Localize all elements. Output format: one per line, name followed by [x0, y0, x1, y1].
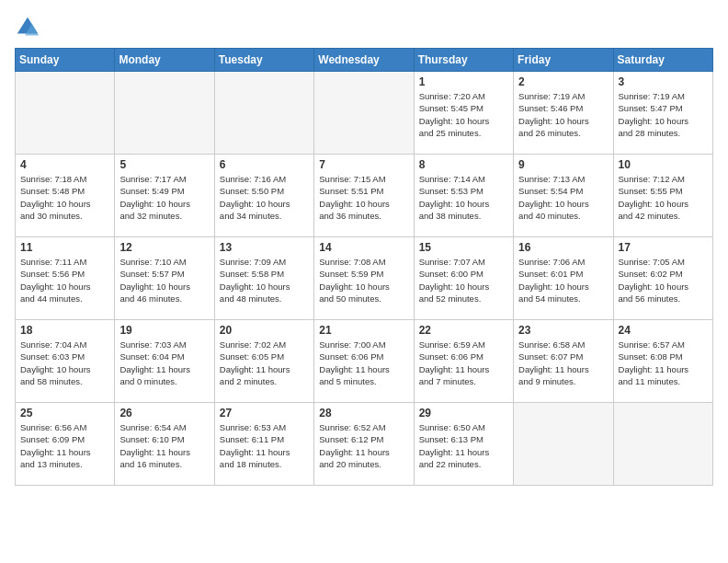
day-info: Sunrise: 7:12 AM Sunset: 5:55 PM Dayligh… [619, 173, 708, 222]
day-info: Sunrise: 7:18 AM Sunset: 5:48 PM Dayligh… [20, 173, 109, 222]
day-number: 1 [419, 75, 508, 88]
calendar-cell: 19Sunrise: 7:03 AM Sunset: 6:04 PM Dayli… [115, 320, 214, 403]
day-number: 17 [619, 241, 708, 254]
logo[interactable] [15, 15, 44, 40]
day-info: Sunrise: 7:15 AM Sunset: 5:51 PM Dayligh… [319, 173, 408, 222]
calendar-cell: 8Sunrise: 7:14 AM Sunset: 5:53 PM Daylig… [414, 155, 513, 237]
calendar-cell: 13Sunrise: 7:09 AM Sunset: 5:58 PM Dayli… [214, 237, 313, 320]
calendar-cell: 12Sunrise: 7:10 AM Sunset: 5:57 PM Dayli… [115, 237, 214, 320]
day-number: 16 [518, 241, 608, 254]
day-info: Sunrise: 6:59 AM Sunset: 6:06 PM Dayligh… [419, 339, 508, 387]
week-row-4: 18Sunrise: 7:04 AM Sunset: 6:03 PM Dayli… [16, 320, 713, 403]
day-number: 5 [119, 158, 209, 171]
day-info: Sunrise: 6:50 AM Sunset: 6:13 PM Dayligh… [419, 421, 508, 470]
calendar-cell: 17Sunrise: 7:05 AM Sunset: 6:02 PM Dayli… [613, 237, 712, 320]
day-info: Sunrise: 7:09 AM Sunset: 5:58 PM Dayligh… [220, 256, 309, 304]
calendar-cell: 2Sunrise: 7:19 AM Sunset: 5:46 PM Daylig… [514, 72, 613, 155]
day-info: Sunrise: 7:17 AM Sunset: 5:49 PM Dayligh… [119, 173, 209, 222]
day-number: 2 [518, 75, 608, 88]
day-number: 18 [20, 324, 109, 337]
day-info: Sunrise: 7:05 AM Sunset: 6:02 PM Dayligh… [619, 256, 708, 304]
day-number: 27 [220, 407, 309, 419]
calendar-cell: 9Sunrise: 7:13 AM Sunset: 5:54 PM Daylig… [514, 155, 613, 237]
calendar-cell: 15Sunrise: 7:07 AM Sunset: 6:00 PM Dayli… [414, 237, 513, 320]
calendar-cell [514, 403, 613, 486]
week-row-1: 1Sunrise: 7:20 AM Sunset: 5:45 PM Daylig… [16, 72, 713, 155]
day-number: 12 [119, 241, 209, 254]
day-info: Sunrise: 7:16 AM Sunset: 5:50 PM Dayligh… [220, 173, 309, 222]
calendar-cell: 22Sunrise: 6:59 AM Sunset: 6:06 PM Dayli… [414, 320, 513, 403]
day-number: 28 [319, 407, 408, 419]
day-number: 8 [419, 158, 508, 171]
day-info: Sunrise: 7:10 AM Sunset: 5:57 PM Dayligh… [119, 256, 209, 304]
calendar-header: SundayMondayTuesdayWednesdayThursdayFrid… [16, 49, 713, 72]
weekday-header-friday: Friday [514, 49, 613, 72]
day-info: Sunrise: 7:04 AM Sunset: 6:03 PM Dayligh… [20, 339, 109, 387]
week-row-2: 4Sunrise: 7:18 AM Sunset: 5:48 PM Daylig… [16, 155, 713, 237]
page-header [15, 15, 713, 40]
day-number: 15 [419, 241, 508, 254]
day-number: 22 [419, 324, 508, 337]
week-row-5: 25Sunrise: 6:56 AM Sunset: 6:09 PM Dayli… [16, 403, 713, 486]
day-number: 6 [220, 158, 309, 171]
day-info: Sunrise: 7:14 AM Sunset: 5:53 PM Dayligh… [419, 173, 508, 222]
calendar-cell [613, 403, 712, 486]
calendar-cell: 26Sunrise: 6:54 AM Sunset: 6:10 PM Dayli… [115, 403, 214, 486]
day-number: 24 [619, 324, 708, 337]
day-info: Sunrise: 7:19 AM Sunset: 5:46 PM Dayligh… [518, 90, 608, 139]
day-number: 25 [20, 407, 109, 419]
calendar-cell: 11Sunrise: 7:11 AM Sunset: 5:56 PM Dayli… [16, 237, 115, 320]
day-number: 26 [119, 407, 209, 419]
day-info: Sunrise: 7:20 AM Sunset: 5:45 PM Dayligh… [419, 90, 508, 139]
week-row-3: 11Sunrise: 7:11 AM Sunset: 5:56 PM Dayli… [16, 237, 713, 320]
weekday-header-saturday: Saturday [613, 49, 712, 72]
day-info: Sunrise: 7:02 AM Sunset: 6:05 PM Dayligh… [220, 339, 309, 387]
calendar-cell: 5Sunrise: 7:17 AM Sunset: 5:49 PM Daylig… [115, 155, 214, 237]
day-info: Sunrise: 6:52 AM Sunset: 6:12 PM Dayligh… [319, 421, 408, 470]
day-info: Sunrise: 7:13 AM Sunset: 5:54 PM Dayligh… [518, 173, 608, 222]
day-number: 4 [20, 158, 109, 171]
calendar-cell [115, 72, 214, 155]
day-info: Sunrise: 7:19 AM Sunset: 5:47 PM Dayligh… [619, 90, 708, 139]
logo-icon [15, 15, 40, 40]
day-info: Sunrise: 7:11 AM Sunset: 5:56 PM Dayligh… [20, 256, 109, 304]
day-info: Sunrise: 6:54 AM Sunset: 6:10 PM Dayligh… [119, 421, 209, 470]
day-number: 9 [518, 158, 608, 171]
day-info: Sunrise: 6:57 AM Sunset: 6:08 PM Dayligh… [619, 339, 708, 387]
calendar-cell: 28Sunrise: 6:52 AM Sunset: 6:12 PM Dayli… [314, 403, 414, 486]
calendar-cell: 7Sunrise: 7:15 AM Sunset: 5:51 PM Daylig… [314, 155, 414, 237]
weekday-header-sunday: Sunday [16, 49, 115, 72]
day-info: Sunrise: 6:56 AM Sunset: 6:09 PM Dayligh… [20, 421, 109, 470]
calendar-cell [314, 72, 414, 155]
calendar-cell [214, 72, 313, 155]
day-number: 3 [619, 75, 708, 88]
calendar-body: 1Sunrise: 7:20 AM Sunset: 5:45 PM Daylig… [16, 72, 713, 486]
day-info: Sunrise: 7:07 AM Sunset: 6:00 PM Dayligh… [419, 256, 508, 304]
calendar-cell: 23Sunrise: 6:58 AM Sunset: 6:07 PM Dayli… [514, 320, 613, 403]
day-number: 20 [220, 324, 309, 337]
calendar-cell: 14Sunrise: 7:08 AM Sunset: 5:59 PM Dayli… [314, 237, 414, 320]
day-info: Sunrise: 6:58 AM Sunset: 6:07 PM Dayligh… [518, 339, 608, 387]
calendar-cell: 6Sunrise: 7:16 AM Sunset: 5:50 PM Daylig… [214, 155, 313, 237]
weekday-row: SundayMondayTuesdayWednesdayThursdayFrid… [16, 49, 713, 72]
calendar-cell: 1Sunrise: 7:20 AM Sunset: 5:45 PM Daylig… [414, 72, 513, 155]
calendar-cell: 29Sunrise: 6:50 AM Sunset: 6:13 PM Dayli… [414, 403, 513, 486]
day-number: 11 [20, 241, 109, 254]
calendar-cell: 10Sunrise: 7:12 AM Sunset: 5:55 PM Dayli… [613, 155, 712, 237]
day-info: Sunrise: 7:00 AM Sunset: 6:06 PM Dayligh… [319, 339, 408, 387]
day-info: Sunrise: 7:06 AM Sunset: 6:01 PM Dayligh… [518, 256, 608, 304]
calendar-cell: 16Sunrise: 7:06 AM Sunset: 6:01 PM Dayli… [514, 237, 613, 320]
weekday-header-monday: Monday [115, 49, 214, 72]
calendar-cell: 18Sunrise: 7:04 AM Sunset: 6:03 PM Dayli… [16, 320, 115, 403]
day-number: 13 [220, 241, 309, 254]
day-number: 7 [319, 158, 408, 171]
calendar-cell: 24Sunrise: 6:57 AM Sunset: 6:08 PM Dayli… [613, 320, 712, 403]
calendar-cell: 21Sunrise: 7:00 AM Sunset: 6:06 PM Dayli… [314, 320, 414, 403]
calendar-cell: 27Sunrise: 6:53 AM Sunset: 6:11 PM Dayli… [214, 403, 313, 486]
calendar-cell: 20Sunrise: 7:02 AM Sunset: 6:05 PM Dayli… [214, 320, 313, 403]
day-number: 21 [319, 324, 408, 337]
day-info: Sunrise: 7:03 AM Sunset: 6:04 PM Dayligh… [119, 339, 209, 387]
day-info: Sunrise: 7:08 AM Sunset: 5:59 PM Dayligh… [319, 256, 408, 304]
calendar-cell: 4Sunrise: 7:18 AM Sunset: 5:48 PM Daylig… [16, 155, 115, 237]
day-info: Sunrise: 6:53 AM Sunset: 6:11 PM Dayligh… [220, 421, 309, 470]
